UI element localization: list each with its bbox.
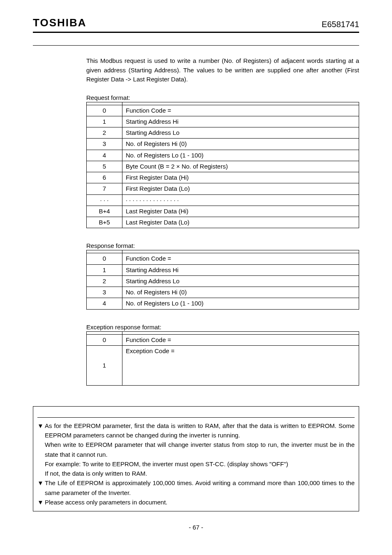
cell-desc: Starting Address Hi	[122, 264, 359, 275]
bullet-icon: ▼	[37, 497, 45, 507]
cell-desc: Byte Count (B = 2 × No. of Registers)	[122, 161, 359, 172]
table-row: · · ·· · · · · · · · · · · · · · · ·	[87, 194, 359, 206]
cell-num: 0	[87, 253, 122, 264]
cell-num: 2	[87, 275, 122, 287]
note-text: Please access only parameters in documen…	[45, 497, 355, 507]
header-rule-thick	[33, 32, 359, 33]
cell-desc: First Register Data (Lo)	[122, 183, 359, 194]
table-row: 0Function Code =	[87, 334, 359, 345]
cell-num	[87, 102, 122, 105]
table-row: 2Starting Address Lo	[87, 275, 359, 287]
notes-inner: ▼ As for the EEPROM parameter, first the…	[37, 417, 355, 507]
table-row: 3No. of Registers Hi (0)	[87, 287, 359, 298]
cell-num: · · ·	[87, 194, 122, 206]
cell-num: 0	[87, 334, 122, 345]
cell-num: 1	[87, 264, 122, 275]
page-number: - 67 -	[33, 524, 359, 531]
table-row	[87, 250, 359, 253]
response-caption: Response format:	[86, 242, 359, 249]
table-row: 0Function Code =	[87, 105, 359, 116]
content-area: This Modbus request is used to write a n…	[86, 56, 359, 386]
cell-desc: Function Code =	[122, 253, 359, 264]
cell-num: B+4	[87, 206, 122, 217]
page-header: TOSHIBA E6581741	[33, 16, 359, 31]
cell-num: 7	[87, 183, 122, 194]
response-table: 0Function Code = 1Starting Address Hi 2S…	[86, 250, 359, 309]
table-row: 1Starting Address Hi	[87, 264, 359, 275]
cell-desc	[122, 331, 359, 334]
cell-num	[87, 331, 122, 334]
table-row	[87, 102, 359, 105]
note-item: ▼ Please access only parameters in docum…	[37, 497, 355, 507]
cell-desc: No. of Registers Lo (1 - 100)	[122, 150, 359, 161]
cell-desc: Starting Address Lo	[122, 127, 359, 139]
cell-num: 4	[87, 298, 122, 309]
table-row: 3No. of Registers Hi (0)	[87, 139, 359, 150]
table-row: 0Function Code =	[87, 253, 359, 264]
table-row: 7First Register Data (Lo)	[87, 183, 359, 194]
cell-num: B+5	[87, 217, 122, 228]
table-row: 4No. of Registers Lo (1 - 100)	[87, 298, 359, 309]
table-row: 1Starting Address Hi	[87, 116, 359, 127]
cell-num: 0	[87, 105, 122, 116]
table-row: 6First Register Data (Hi)	[87, 172, 359, 183]
cell-desc: Last Register Data (Hi)	[122, 206, 359, 217]
header-rule-thin	[33, 45, 359, 46]
note-text: The Life of EEPROM is approximately 100,…	[45, 478, 355, 497]
note-item: ▼ The Life of EEPROM is approximately 10…	[37, 478, 355, 497]
cell-num: 2	[87, 127, 122, 139]
exception-caption: Exception response format:	[86, 324, 359, 331]
table-row: 4No. of Registers Lo (1 - 100)	[87, 150, 359, 161]
exception-table: 0Function Code = 1Exception Code =	[86, 331, 359, 386]
table-row: B+5Last Register Data (Lo)	[87, 217, 359, 228]
cell-desc: · · · · · · · · · · · · · · · ·	[122, 194, 359, 206]
cell-num: 3	[87, 139, 122, 150]
brand-logo: TOSHIBA	[33, 16, 87, 29]
table-row: 2Starting Address Lo	[87, 127, 359, 139]
bullet-icon: ▼	[37, 421, 45, 479]
cell-desc	[122, 250, 359, 253]
cell-desc: Function Code =	[122, 105, 359, 116]
cell-desc: First Register Data (Hi)	[122, 172, 359, 183]
intro-paragraph: This Modbus request is used to write a n…	[86, 56, 359, 84]
cell-num	[87, 250, 122, 253]
cell-desc: Exception Code =	[122, 345, 359, 385]
cell-desc: No. of Registers Hi (0)	[122, 287, 359, 298]
table-row: B+4Last Register Data (Hi)	[87, 206, 359, 217]
cell-desc	[122, 102, 359, 105]
table-row: 5Byte Count (B = 2 × No. of Registers)	[87, 161, 359, 172]
bullet-icon: ▼	[37, 478, 45, 497]
cell-desc: Function Code =	[122, 334, 359, 345]
document-number: E6581741	[322, 20, 359, 29]
request-table: 0Function Code = 1Starting Address Hi 2S…	[86, 102, 359, 229]
cell-desc: No. of Registers Hi (0)	[122, 139, 359, 150]
note-text: As for the EEPROM parameter, first the d…	[45, 421, 355, 479]
cell-num: 6	[87, 172, 122, 183]
request-caption: Request format:	[86, 94, 359, 101]
page: TOSHIBA E6581741 This Modbus request is …	[0, 0, 392, 555]
notes-box: ▼ As for the EEPROM parameter, first the…	[33, 406, 359, 511]
cell-num: 1	[87, 116, 122, 127]
cell-desc: Starting Address Lo	[122, 275, 359, 287]
cell-num: 4	[87, 150, 122, 161]
cell-num: 5	[87, 161, 122, 172]
cell-num: 3	[87, 287, 122, 298]
note-item: ▼ As for the EEPROM parameter, first the…	[37, 421, 355, 479]
cell-desc: Starting Address Hi	[122, 116, 359, 127]
table-row	[87, 331, 359, 334]
table-row: 1Exception Code =	[87, 345, 359, 385]
cell-desc: No. of Registers Lo (1 - 100)	[122, 298, 359, 309]
cell-num: 1	[87, 345, 122, 385]
cell-desc: Last Register Data (Lo)	[122, 217, 359, 228]
